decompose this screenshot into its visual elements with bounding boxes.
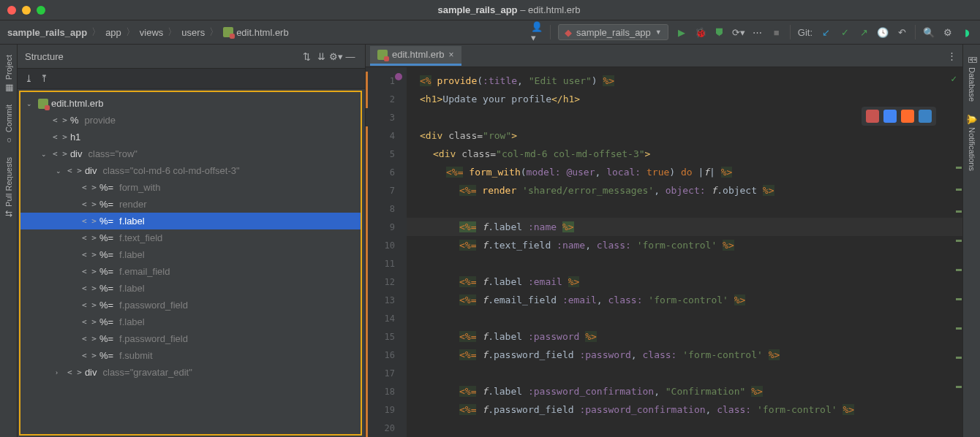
run-config-dropdown[interactable]: ◆ sample_rails_app ▼ [558, 24, 668, 40]
gutter-line[interactable]: 9 [366, 218, 407, 236]
chevron-down-icon[interactable]: ⌄ [26, 100, 35, 107]
tag-icon: < > [82, 250, 97, 259]
tree-item[interactable]: ⌄ edit.html.erb [20, 95, 361, 112]
code-line-current: <%= f.label :name %> [407, 218, 962, 236]
safari-icon[interactable] [919, 110, 932, 123]
tree-item-label: %= [99, 232, 113, 243]
inspection-ok-icon[interactable]: ✓ [951, 73, 957, 84]
chrome-icon[interactable] [883, 110, 897, 123]
gutter-line[interactable]: 19 [366, 400, 407, 419]
code-area[interactable]: ✓ <% provide(:title, "Edit user") %> <h1… [407, 67, 962, 437]
gutter-line[interactable]: 14 [366, 309, 407, 327]
gutter-line[interactable]: 6 [366, 163, 407, 181]
sidebar-tab-project[interactable]: ▦Project [4, 49, 14, 99]
tree-item[interactable]: < > %= f.label [20, 213, 361, 229]
window-min-icon[interactable] [22, 6, 31, 15]
sidebar-tab-database[interactable]: 🗄Database [967, 49, 977, 107]
error-stripe[interactable] [955, 94, 962, 437]
gutter-line[interactable]: 11 [366, 254, 407, 273]
tree-item-label: %= [99, 316, 113, 327]
tree-item[interactable]: < > %=f.password_field [20, 297, 361, 314]
gutter-line[interactable]: 18 [366, 382, 407, 400]
tree-item[interactable]: < > %=f.label [20, 280, 361, 297]
gutter-line[interactable]: 2 [366, 90, 407, 108]
tree-item-attr: class="gravatar_edit" [103, 367, 192, 378]
tree-item[interactable]: ⌄< > divclass="row" [20, 145, 361, 162]
search-icon[interactable]: 🔍 [923, 26, 935, 38]
settings-icon[interactable]: ⚙ [942, 26, 954, 38]
tree-item[interactable]: < > %=f.label [20, 314, 361, 330]
hide-panel-icon[interactable]: — [343, 49, 358, 64]
gutter-line[interactable]: 5 [366, 145, 407, 163]
tree-item-attr: f.label [119, 316, 145, 327]
git-push-icon[interactable]: ↗ [858, 26, 870, 38]
tree-item[interactable]: < > %provide [20, 112, 361, 129]
tree-item[interactable]: < > %=render [20, 196, 361, 213]
chevron-right-icon[interactable]: › [56, 369, 64, 376]
tree-item-attr: f.submit [119, 350, 153, 361]
annotation-icon[interactable] [395, 73, 402, 80]
chevron-down-icon[interactable]: ⌄ [41, 151, 50, 158]
gutter-line[interactable]: 13 [366, 291, 407, 309]
tree-item[interactable]: ⌄< > divclass="col-md-6 col-md-offset-3" [20, 162, 361, 179]
gutter-line[interactable]: 16 [366, 346, 407, 364]
git-history-icon[interactable]: 🕓 [877, 26, 889, 38]
tree-item-label: % [70, 115, 79, 126]
nav-to-icon[interactable]: ⤓ [25, 73, 33, 84]
git-rollback-icon[interactable]: ↶ [896, 26, 908, 38]
gutter-line[interactable]: 12 [366, 273, 407, 291]
gutter-line[interactable]: 10 [366, 236, 407, 254]
gutter-line[interactable]: 4 [366, 126, 407, 145]
window-close-icon[interactable] [7, 6, 16, 15]
editor-tab[interactable]: edit.html.erb × [370, 46, 461, 66]
tag-icon: < > [82, 183, 97, 192]
close-tab-icon[interactable]: × [449, 50, 454, 60]
chevron-down-icon[interactable]: ⌄ [56, 167, 64, 175]
gutter-line[interactable]: 17 [366, 364, 407, 382]
coverage-icon[interactable]: ⛊ [714, 26, 725, 38]
git-pull-icon[interactable]: ↙ [820, 26, 832, 38]
tree-item[interactable]: < > %=f.submit [20, 347, 361, 364]
tree-item[interactable]: < > %=f.email_field [20, 263, 361, 280]
add-config-icon[interactable]: 👤▾ [531, 26, 543, 38]
tab-more-icon[interactable]: ⋮ [947, 50, 957, 61]
sidebar-tab-notifications[interactable]: 🔔Notifications [967, 107, 977, 177]
tree-item[interactable]: < > %=f.label [20, 246, 361, 263]
gutter-line[interactable]: 20 [366, 419, 407, 437]
profile-icon[interactable]: ⟳▾ [733, 26, 745, 38]
ide-icon[interactable]: ◗ [961, 26, 973, 38]
tag-icon: < > [53, 132, 67, 142]
gutter-line[interactable]: 7 [366, 181, 407, 200]
project-icon: ▦ [4, 83, 14, 93]
tag-icon: < > [82, 317, 97, 327]
tree-item-attr: f.email_field [119, 266, 170, 277]
attach-icon[interactable]: ⋯ [752, 26, 764, 38]
stop-icon[interactable]: ■ [771, 26, 783, 38]
tree-item[interactable]: < > %=form_with [20, 179, 361, 196]
sort-alpha-icon[interactable]: ⇅ [299, 49, 314, 64]
gutter[interactable]: 1234567891011121314151617181920 [366, 67, 407, 437]
tree-item[interactable]: < > %=f.password_field [20, 330, 361, 347]
window-max-icon[interactable] [37, 6, 45, 15]
autoscroll-icon[interactable]: ⤒ [40, 73, 48, 84]
tree-item-label: div [85, 165, 97, 176]
debug-icon[interactable]: 🐞 [695, 26, 706, 38]
tree-item-label: div [85, 367, 97, 378]
tree-item[interactable]: < > h1 [20, 129, 361, 145]
gutter-line[interactable]: 8 [366, 200, 407, 218]
code-line: <%= f.label :email %> [407, 273, 962, 291]
gutter-line[interactable]: 3 [366, 108, 407, 126]
gear-icon[interactable]: ⚙▾ [328, 49, 343, 64]
firefox-icon[interactable] [901, 110, 914, 123]
rubymine-icon[interactable] [866, 110, 879, 123]
git-commit-icon[interactable]: ✓ [839, 26, 851, 38]
tree-item[interactable]: ›< > divclass="gravatar_edit" [20, 364, 361, 381]
gutter-line[interactable]: 15 [366, 327, 407, 346]
run-icon[interactable]: ▶ [676, 26, 687, 38]
tree-item[interactable]: < > %=f.text_field [20, 229, 361, 246]
tree-item-label: %= [99, 199, 113, 210]
sidebar-tab-pull-requests[interactable]: ⇆Pull Requests [4, 151, 14, 223]
breadcrumb[interactable]: sample_rails_app〉 app〉 views〉 users〉 edi… [7, 26, 289, 39]
sidebar-tab-commit[interactable]: ○Commit [4, 99, 14, 151]
expand-all-icon[interactable]: ⇊ [314, 49, 328, 64]
